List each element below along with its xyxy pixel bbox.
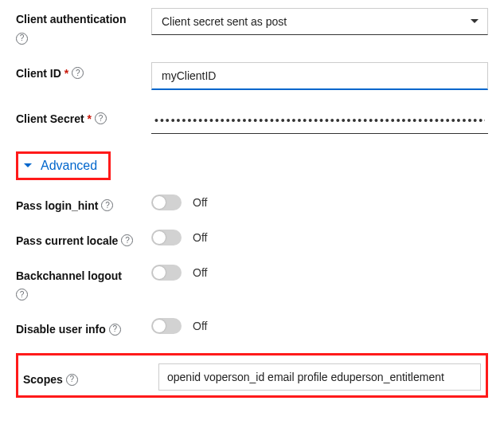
client-secret-label: Client Secret: [16, 112, 84, 125]
help-icon[interactable]: [109, 324, 121, 336]
disable-user-info-label: Disable user info: [16, 323, 106, 336]
pass-login-hint-label: Pass login_hint: [16, 199, 98, 212]
required-marker: *: [88, 112, 92, 125]
help-icon[interactable]: [16, 289, 28, 300]
chevron-down-icon: [470, 17, 479, 26]
help-icon[interactable]: [101, 199, 113, 211]
help-icon[interactable]: [95, 112, 107, 124]
scopes-input[interactable]: [158, 363, 481, 391]
pass-login-hint-toggle[interactable]: [151, 194, 182, 210]
help-icon[interactable]: [72, 67, 84, 79]
help-icon[interactable]: [66, 374, 78, 386]
scopes-label: Scopes: [23, 373, 63, 386]
toggle-state: Off: [193, 196, 207, 209]
advanced-label: Advanced: [41, 159, 97, 173]
backchannel-logout-label: Backchannel logout: [16, 269, 122, 282]
client-auth-label: Client authentication: [16, 13, 126, 26]
toggle-state: Off: [193, 231, 207, 244]
chevron-down-icon: [23, 161, 33, 171]
pass-current-locale-label: Pass current locale: [16, 234, 118, 247]
client-id-label: Client ID: [16, 67, 61, 80]
pass-current-locale-toggle[interactable]: [151, 230, 182, 245]
advanced-toggle[interactable]: Advanced: [16, 151, 111, 180]
help-icon[interactable]: [16, 33, 28, 45]
toggle-state: Off: [193, 320, 207, 332]
client-secret-input[interactable]: [151, 108, 488, 134]
client-auth-value: Client secret sent as post: [162, 15, 287, 28]
required-marker: *: [64, 67, 68, 80]
backchannel-logout-toggle[interactable]: [151, 265, 182, 281]
help-icon[interactable]: [121, 234, 133, 246]
client-auth-select[interactable]: Client secret sent as post: [151, 8, 488, 35]
scopes-row: Scopes: [16, 353, 488, 398]
disable-user-info-toggle[interactable]: [151, 318, 182, 334]
client-id-input[interactable]: [151, 62, 488, 90]
toggle-state: Off: [193, 266, 207, 279]
